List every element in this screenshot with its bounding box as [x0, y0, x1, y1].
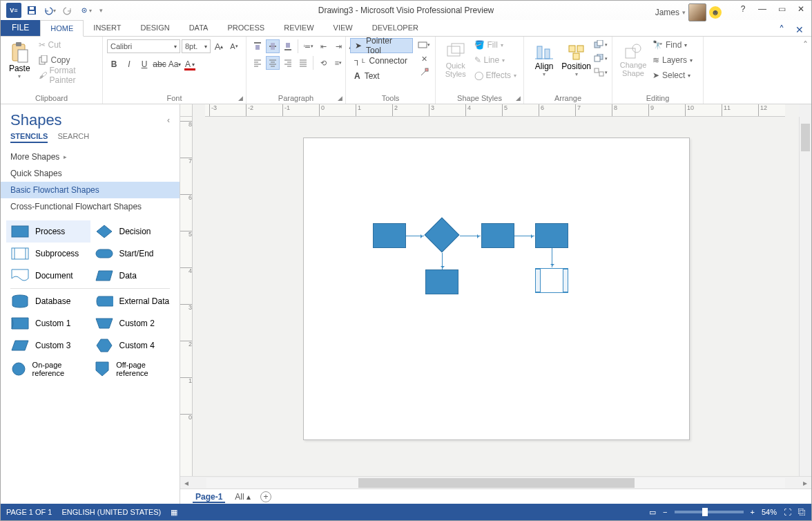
shape-document[interactable]: Document: [6, 265, 90, 287]
macro-indicator-icon[interactable]: ▦: [171, 508, 177, 517]
shape-onpage-ref[interactable]: On-page reference: [6, 357, 90, 381]
stencils-tab[interactable]: STENCILS: [10, 132, 48, 143]
change-case-button[interactable]: Aa▾: [168, 57, 182, 71]
tab-home[interactable]: HOME: [40, 20, 84, 37]
group-button[interactable]: ▾: [594, 66, 608, 79]
tab-process[interactable]: PROCESS: [218, 19, 274, 36]
select-button[interactable]: ➤Select▾: [650, 68, 695, 82]
paragraph-dialog-launcher[interactable]: ◢: [336, 94, 344, 102]
pointer-tool-button[interactable]: ➤Pointer Tool: [350, 38, 413, 53]
shape-data[interactable]: Data: [90, 265, 175, 287]
zoom-in-button[interactable]: +: [751, 508, 755, 516]
shape-external-data[interactable]: External Data: [90, 290, 175, 312]
collapse-pane-button[interactable]: ‹: [167, 115, 170, 125]
align-top-button[interactable]: [251, 39, 264, 53]
fill-button[interactable]: 🪣Fill▾: [472, 38, 519, 52]
quick-styles-button[interactable]: Quick Styles: [440, 38, 472, 82]
more-shapes-item[interactable]: More Shapes▸: [1, 149, 180, 165]
effects-button[interactable]: ◯Effects▾: [472, 68, 519, 82]
add-page-button[interactable]: +: [260, 491, 271, 502]
canvas-process-4[interactable]: [425, 269, 458, 294]
customize-qat-button[interactable]: ▾: [96, 3, 106, 18]
rectangle-tool-button[interactable]: ▾: [417, 38, 431, 52]
shape-start-end[interactable]: Start/End: [90, 243, 175, 265]
shape-database[interactable]: Database: [6, 290, 90, 312]
feedback-smiley-icon[interactable]: ☻: [709, 6, 722, 19]
align-bottom-button[interactable]: [281, 39, 295, 53]
shape-decision[interactable]: Decision: [90, 220, 175, 243]
shape-offpage-ref[interactable]: Off-page reference: [90, 357, 175, 381]
shape-custom4[interactable]: Custom 4: [90, 334, 175, 357]
underline-button[interactable]: U: [137, 57, 151, 71]
align-center-button[interactable]: [266, 56, 280, 70]
all-pages-dropdown[interactable]: All ▴: [235, 492, 251, 502]
shape-custom2[interactable]: Custom 2: [90, 312, 175, 334]
align-left-button[interactable]: [251, 56, 264, 70]
tab-insert[interactable]: INSERT: [84, 19, 130, 36]
canvas-decision[interactable]: [425, 218, 460, 253]
canvas-subprocess[interactable]: [535, 268, 568, 293]
connector-tool-button[interactable]: ┐└Connector: [350, 53, 413, 68]
connector-5[interactable]: [552, 248, 552, 267]
font-family-select[interactable]: Calibri▾: [107, 39, 180, 53]
undo-button[interactable]: ▾: [42, 3, 57, 18]
tab-data[interactable]: DATA: [180, 19, 218, 36]
bring-front-button[interactable]: ▾: [594, 38, 608, 52]
find-button[interactable]: 🔭Find▾: [650, 38, 695, 52]
fit-page-button[interactable]: ⛶: [784, 508, 791, 516]
maximize-button[interactable]: ▭: [773, 2, 791, 16]
increase-indent-button[interactable]: ⇥: [331, 39, 345, 53]
user-area[interactable]: James ▾ ☻: [655, 3, 722, 21]
page-indicator[interactable]: PAGE 1 OF 1: [6, 508, 52, 516]
shape-subprocess[interactable]: Subprocess: [6, 243, 90, 265]
horizontal-scrollbar[interactable]: ◂ ▸: [180, 476, 811, 489]
connector-1[interactable]: [406, 236, 424, 236]
drawing-canvas[interactable]: [193, 117, 799, 476]
bold-button[interactable]: B: [107, 57, 121, 71]
font-dialog-launcher[interactable]: ◢: [236, 94, 244, 102]
change-shape-button[interactable]: Change Shape: [617, 38, 650, 82]
help-button[interactable]: ?: [734, 2, 752, 16]
send-back-button[interactable]: ▾: [594, 52, 608, 66]
connector-2[interactable]: [460, 236, 481, 236]
tab-view[interactable]: VIEW: [324, 19, 362, 36]
text-tool-button[interactable]: AText: [350, 68, 413, 84]
collapse-ribbon-arrow[interactable]: ˄: [799, 37, 811, 104]
fit-width-button[interactable]: ⿻: [798, 508, 806, 516]
redo-button[interactable]: [60, 3, 75, 18]
tab-design[interactable]: DESIGN: [130, 19, 179, 36]
align-middle-button[interactable]: [266, 39, 280, 53]
line-button[interactable]: ✎Line▾: [472, 53, 519, 67]
tab-developer[interactable]: DEVELOPER: [362, 19, 428, 36]
zoom-level[interactable]: 54%: [762, 508, 777, 516]
close-button[interactable]: ✕: [792, 2, 810, 16]
font-color-button[interactable]: A▾: [183, 57, 197, 71]
file-tab[interactable]: FILE: [1, 19, 40, 36]
spacing-button[interactable]: ≡▾: [331, 56, 345, 70]
basic-flowchart-item[interactable]: Basic Flowchart Shapes: [1, 182, 180, 198]
decrease-font-button[interactable]: A▾: [227, 39, 241, 53]
connector-4[interactable]: [442, 253, 443, 269]
bullets-button[interactable]: ≔▾: [301, 39, 315, 53]
collapse-ribbon-button[interactable]: ˄: [775, 23, 788, 36]
font-size-select[interactable]: 8pt.▾: [182, 39, 211, 53]
cross-functional-item[interactable]: Cross-Functional Flowchart Shapes: [1, 198, 180, 215]
search-tab[interactable]: SEARCH: [57, 132, 89, 143]
presentation-mode-button[interactable]: ▭: [649, 508, 656, 517]
format-painter-button[interactable]: 🖌Format Painter: [36, 68, 98, 82]
drawing-page[interactable]: [303, 138, 690, 440]
rotate-text-button[interactable]: ⟲: [316, 56, 330, 70]
user-avatar[interactable]: [688, 3, 706, 21]
save-button[interactable]: [24, 3, 39, 18]
canvas-process-2[interactable]: [481, 223, 514, 248]
position-button[interactable]: Position▾: [560, 38, 592, 82]
page-tab-1[interactable]: Page-1: [193, 491, 225, 503]
crop-tool-button[interactable]: ✕: [417, 52, 431, 66]
zoom-out-button[interactable]: −: [663, 508, 667, 516]
cut-button[interactable]: ✂Cut: [36, 38, 98, 52]
zoom-slider[interactable]: [675, 511, 744, 513]
italic-button[interactable]: I: [122, 57, 136, 71]
minimize-button[interactable]: —: [753, 2, 771, 16]
canvas-process-1[interactable]: [373, 223, 406, 248]
vertical-scrollbar[interactable]: [799, 117, 811, 476]
